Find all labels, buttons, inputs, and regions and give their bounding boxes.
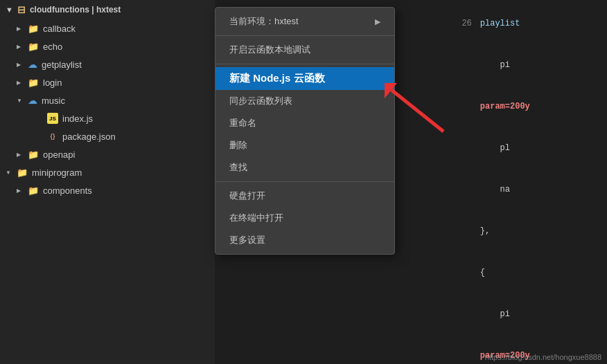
- menu-item-open-terminal[interactable]: 在终端中打开: [215, 207, 394, 229]
- folder-icon: 📁: [28, 78, 39, 88]
- folder-icon: 📁: [28, 185, 39, 196]
- folder-icon: 📁: [28, 24, 39, 34]
- sidebar-item[interactable]: ▶ 📁 login: [0, 73, 215, 91]
- menu-item-open-disk[interactable]: 硬盘打开: [215, 185, 394, 207]
- code-line: na: [435, 169, 601, 210]
- folder-icon: 📁: [28, 42, 39, 52]
- menu-item-more-settings[interactable]: 更多设置: [215, 229, 394, 251]
- item-label: openapi: [43, 149, 75, 160]
- menu-divider: [215, 35, 394, 36]
- menu-item-label: 在终端中打开: [229, 212, 283, 224]
- menu-divider: [215, 181, 394, 182]
- menu-item-label: 同步云函数列表: [229, 95, 292, 107]
- menu-item-current-env[interactable]: 当前环境：hxtest ▶: [215, 10, 394, 33]
- sidebar-title: cloudfunctions | hxtest: [30, 5, 121, 15]
- menu-item-label: 当前环境：hxtest: [229, 15, 299, 28]
- sidebar-item[interactable]: ▼ ☁ music: [0, 91, 215, 109]
- item-label: login: [43, 78, 62, 88]
- menu-item-label: 重命名: [229, 117, 256, 129]
- sidebar-item[interactable]: JS index.js: [0, 109, 215, 127]
- arrow-icon: ▼: [6, 170, 12, 176]
- code-line: pi: [435, 293, 601, 335]
- menu-item-sync-list[interactable]: 同步云函数列表: [215, 90, 394, 112]
- menu-item-label: 开启云函数本地调试: [229, 44, 310, 56]
- context-menu: 当前环境：hxtest ▶ 开启云函数本地调试 新建 Node.js 云函数 同…: [215, 7, 395, 255]
- item-label: miniprogram: [32, 167, 82, 178]
- menu-divider: [215, 64, 394, 64]
- menu-item-label: 更多设置: [229, 234, 265, 246]
- sidebar-item[interactable]: ▶ 📁 components: [0, 181, 215, 199]
- item-label: index.js: [62, 113, 93, 124]
- sidebar-item[interactable]: ▶ ☁ getplaylist: [0, 55, 215, 73]
- sidebar-item[interactable]: {} package.json: [0, 127, 215, 145]
- arrow-icon: ▶: [17, 188, 24, 194]
- code-line: pl: [435, 127, 601, 169]
- code-line: pi: [435, 44, 601, 86]
- item-label: components: [43, 185, 92, 196]
- item-label: music: [42, 95, 65, 106]
- menu-item-local-debug[interactable]: 开启云函数本地调试: [215, 39, 394, 61]
- sidebar-folder-icon: ⊟: [17, 4, 26, 15]
- arrow-icon: ▶: [17, 152, 24, 158]
- arrow-icon: ▼: [17, 98, 24, 104]
- code-line: param=200y: [435, 86, 601, 127]
- code-panel: 26playlist pi param=200y pl na }, { pi p…: [430, 0, 607, 364]
- js-icon: JS: [47, 113, 58, 124]
- code-line: {: [435, 252, 601, 293]
- arrow-icon: ▶: [17, 44, 24, 50]
- cloud-icon: ☁: [28, 95, 37, 106]
- item-label: getplaylist: [42, 60, 82, 70]
- arrow-right-icon: ▶: [375, 17, 380, 26]
- sidebar-item[interactable]: ▶ 📁 echo: [0, 37, 215, 55]
- sidebar: ▼ ⊟ cloudfunctions | hxtest ▶ 📁 callback…: [0, 0, 215, 364]
- sidebar-item[interactable]: ▶ 📁 callback: [0, 19, 215, 37]
- watermark: https://blog.csdn.net/hongxue8888: [485, 353, 601, 361]
- arrow-icon: ▶: [17, 26, 24, 32]
- code-line: 26playlist: [435, 3, 601, 44]
- folder-icon: 📁: [28, 149, 39, 160]
- menu-item-delete[interactable]: 删除: [215, 134, 394, 156]
- item-label: callback: [43, 24, 76, 34]
- menu-item-label: 删除: [229, 139, 247, 152]
- menu-item-rename[interactable]: 重命名: [215, 112, 394, 134]
- menu-item-find[interactable]: 查找: [215, 156, 394, 179]
- sidebar-item[interactable]: ▶ 📁 openapi: [0, 145, 215, 163]
- json-icon: {}: [47, 131, 58, 142]
- folder-icon: 📁: [17, 167, 28, 178]
- menu-item-label: 新建 Node.js 云函数: [229, 72, 325, 85]
- menu-item-label: 查找: [229, 161, 247, 174]
- menu-item-new-nodejs[interactable]: 新建 Node.js 云函数: [215, 67, 394, 90]
- sidebar-header[interactable]: ▼ ⊟ cloudfunctions | hxtest: [0, 0, 215, 19]
- menu-item-label: 硬盘打开: [229, 190, 265, 202]
- item-label: package.json: [62, 131, 116, 142]
- item-label: echo: [43, 42, 62, 52]
- sidebar-chevron-icon: ▼: [6, 6, 13, 14]
- arrow-icon: ▶: [17, 80, 24, 86]
- code-line: },: [435, 210, 601, 252]
- sidebar-item[interactable]: ▼ 📁 miniprogram: [0, 163, 215, 181]
- arrow-icon: ▶: [17, 62, 24, 68]
- cloud-icon: ☁: [28, 59, 37, 70]
